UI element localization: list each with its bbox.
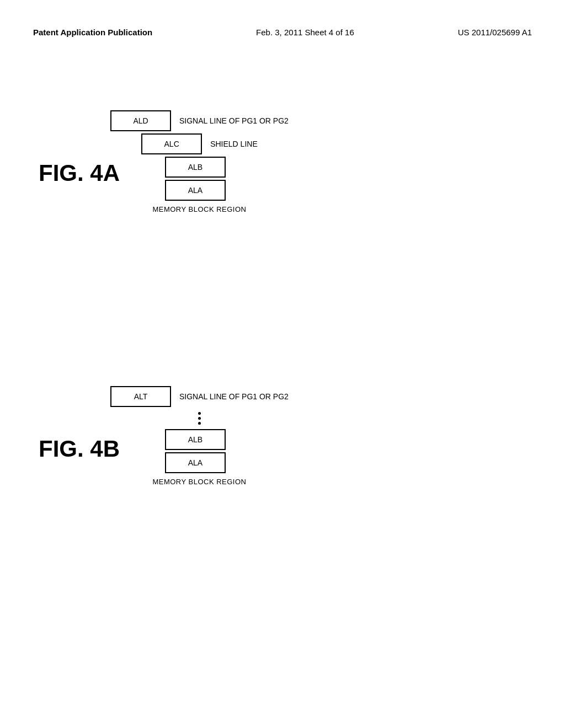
dot-2 (198, 417, 201, 420)
fig4b-blocks: ALT SIGNAL LINE OF PG1 OR PG2 ALB (110, 386, 289, 486)
fig4a-ala-row: ALA (165, 180, 234, 201)
header: Patent Application Publication Feb. 3, 2… (33, 28, 532, 37)
fig4b-alt-row: ALT SIGNAL LINE OF PG1 OR PG2 (110, 386, 289, 407)
dot-3 (198, 422, 201, 425)
fig4a-block-alc: ALC (141, 133, 202, 154)
fig4a-block-ald: ALD (110, 110, 171, 131)
header-patent-number: US 2011/025699 A1 (458, 28, 532, 37)
fig4b-diagram: FIG. 4B ALT SIGNAL LINE OF PG1 OR PG2 AL… (110, 386, 289, 486)
fig4b-memory-label: MEMORY BLOCK REGION (152, 478, 246, 486)
fig4a-alc-row: ALC SHIELD LINE (141, 133, 258, 154)
fig4b-block-alb: ALB (165, 429, 226, 450)
dot-1 (198, 412, 201, 415)
page: Patent Application Publication Feb. 3, 2… (0, 0, 565, 728)
fig4b-dots (198, 407, 201, 429)
fig4a-alb-row: ALB (165, 157, 234, 178)
fig4b-block-ala: ALA (165, 452, 226, 473)
fig4a-ald-annotation: SIGNAL LINE OF PG1 OR PG2 (179, 116, 289, 125)
fig4b-alb-row: ALB (165, 429, 234, 450)
fig4a-diagram: FIG. 4A ALD SIGNAL LINE OF PG1 OR PG2 AL… (110, 110, 289, 213)
fig4a-label: FIG. 4A (39, 160, 120, 186)
fig4b-ala-row: ALA (165, 452, 234, 473)
fig4a-alc-annotation: SHIELD LINE (210, 140, 258, 148)
header-date-sheet: Feb. 3, 2011 Sheet 4 of 16 (256, 28, 354, 37)
fig4a-blocks: ALD SIGNAL LINE OF PG1 OR PG2 ALC SHIELD… (110, 110, 289, 213)
fig4a-memory-label: MEMORY BLOCK REGION (152, 205, 246, 213)
fig4b-alt-annotation: SIGNAL LINE OF PG1 OR PG2 (179, 392, 289, 401)
fig4a-block-alb: ALB (165, 157, 226, 178)
fig4a-ald-row: ALD SIGNAL LINE OF PG1 OR PG2 (110, 110, 289, 131)
fig4a-block-ala: ALA (165, 180, 226, 201)
fig4b-label: FIG. 4B (39, 436, 120, 462)
fig4b-block-alt: ALT (110, 386, 171, 407)
header-publication: Patent Application Publication (33, 28, 152, 37)
